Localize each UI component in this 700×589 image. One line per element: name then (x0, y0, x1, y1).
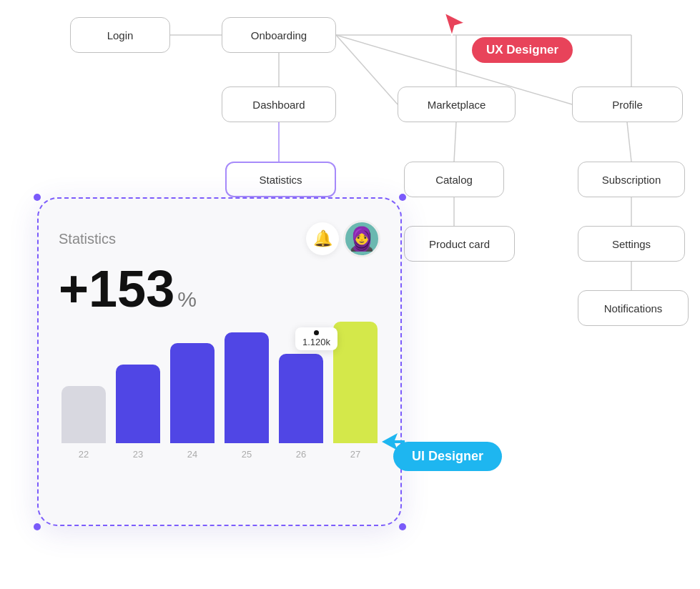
node-subscription[interactable]: Subscription (578, 162, 685, 197)
stat-value: +153 % (59, 263, 380, 315)
node-onboarding[interactable]: Onboarding (222, 17, 336, 53)
bar-chart: 1.120k 22 23 24 25 (59, 327, 380, 485)
bar-22 (61, 386, 106, 443)
node-notifications[interactable]: Notifications (578, 290, 689, 326)
node-dashboard[interactable]: Dashboard (222, 86, 336, 122)
bar-label-25: 25 (242, 449, 252, 460)
node-login[interactable]: Login (70, 17, 170, 53)
node-dashboard-label: Dashboard (252, 99, 305, 111)
selection-corner-tr (399, 194, 406, 201)
bar-label-23: 23 (133, 449, 143, 460)
cursor-area (442, 10, 468, 37)
bar-col-26: 26 (279, 354, 323, 460)
node-statistics[interactable]: Statistics (225, 162, 336, 197)
tooltip-dot (314, 330, 319, 335)
bar-27 (333, 322, 378, 443)
svg-line-5 (454, 122, 456, 162)
statistics-card: Statistics 🔔 🧕 +153 % 1.120k (37, 197, 402, 526)
bell-icon: 🔔 (313, 229, 332, 248)
node-profile[interactable]: Profile (572, 86, 683, 122)
card-title: Statistics (59, 231, 116, 247)
node-onboarding-label: Onboarding (251, 29, 307, 41)
bar-col-27: 27 (333, 322, 378, 460)
bar-col-25: 25 (225, 332, 269, 460)
node-product-card-label: Product card (429, 238, 490, 250)
node-statistics-label: Statistics (259, 174, 302, 186)
node-marketplace-label: Marketplace (428, 99, 486, 111)
node-notifications-label: Notifications (604, 302, 663, 315)
card-header: Statistics 🔔 🧕 (59, 220, 380, 257)
node-subscription-label: Subscription (602, 174, 661, 186)
node-catalog-label: Catalog (435, 174, 473, 186)
chart-tooltip: 1.120k (295, 327, 337, 350)
bar-label-26: 26 (296, 449, 306, 460)
selection-corner-tl (34, 194, 41, 201)
svg-line-7 (627, 122, 631, 162)
svg-marker-13 (445, 13, 465, 36)
card-icons: 🔔 🧕 (306, 220, 380, 257)
node-login-label: Login (107, 29, 134, 41)
selection-corner-br (399, 523, 406, 530)
canvas: Login Onboarding Dashboard Marketplace P… (0, 0, 700, 589)
selection-corner-bl (34, 523, 41, 530)
ui-designer-badge: UI Designer (393, 442, 502, 471)
bar-26 (279, 354, 323, 443)
bar-col-24: 24 (170, 343, 215, 460)
bar-25 (225, 332, 269, 443)
node-marketplace[interactable]: Marketplace (398, 86, 516, 122)
avatar-face: 🧕 (347, 225, 376, 252)
node-settings-label: Settings (612, 238, 651, 250)
bar-label-24: 24 (187, 449, 197, 460)
svg-line-2 (336, 35, 398, 104)
bar-23 (116, 365, 160, 443)
bar-label-27: 27 (350, 449, 360, 460)
avatar[interactable]: 🧕 (343, 220, 380, 257)
node-product-card[interactable]: Product card (404, 226, 515, 262)
cursor-icon (442, 10, 468, 37)
bar-col-22: 22 (61, 386, 106, 460)
ux-designer-badge: UX Designer (472, 37, 573, 63)
node-catalog[interactable]: Catalog (404, 162, 504, 197)
bar-col-23: 23 (116, 365, 160, 460)
bell-icon-wrap[interactable]: 🔔 (306, 222, 339, 255)
node-settings[interactable]: Settings (578, 226, 685, 262)
bar-label-22: 22 (79, 449, 89, 460)
bar-24 (170, 343, 215, 443)
node-profile-label: Profile (612, 99, 643, 111)
